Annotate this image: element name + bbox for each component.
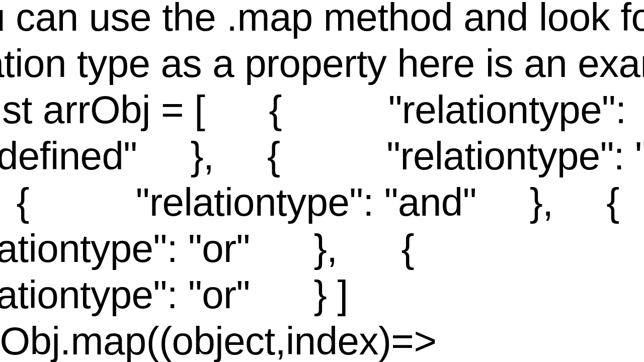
- answer-body-text: You can use the .map method and look for…: [0, 0, 644, 362]
